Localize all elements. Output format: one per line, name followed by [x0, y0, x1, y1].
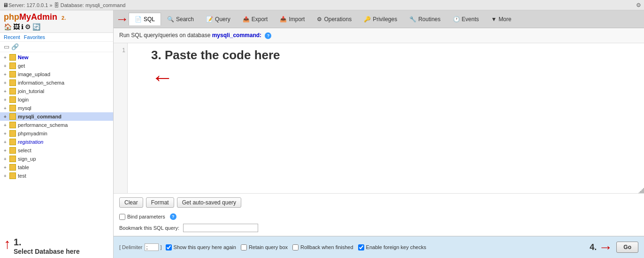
- bottom-checkboxes: Show this query here again Retain query …: [166, 244, 586, 250]
- delimiter-bracket-close: ]: [161, 244, 162, 250]
- home-icon[interactable]: 🏠: [4, 23, 12, 31]
- tab-routines[interactable]: 🔧 Routines: [403, 13, 446, 25]
- sidebar-db-item[interactable]: +image_upload: [0, 70, 113, 78]
- sidebar: phpMyAdmin 2. 🏠 🖼 ℹ ⚙ 🔄 Recent Favorites: [0, 10, 114, 258]
- settings-icon2[interactable]: ⚙: [25, 23, 31, 31]
- expand-icon: +: [4, 148, 8, 153]
- tab-search[interactable]: 🔍 Search: [161, 13, 200, 25]
- sidebar-links: Recent Favorites: [0, 33, 113, 42]
- format-button[interactable]: Format: [146, 197, 174, 208]
- collapse-icon[interactable]: ▭: [4, 43, 9, 50]
- db-icon: [9, 96, 16, 103]
- sidebar-db-item[interactable]: +select: [0, 146, 113, 155]
- editor-wrapper: 1 3. Paste the code here ←: [114, 43, 644, 193]
- more-tab-icon: ▼: [491, 16, 497, 23]
- delimiter-group: [ Delimiter ]: [119, 243, 162, 251]
- recent-link[interactable]: Recent: [4, 34, 20, 40]
- go-button[interactable]: Go: [616, 242, 638, 253]
- refresh-icon[interactable]: 🔄: [32, 23, 40, 31]
- foreign-key-label[interactable]: Enable foreign key checks: [358, 244, 426, 250]
- tab-arrow-annotation: →: [115, 12, 129, 27]
- bind-params-checkbox[interactable]: [119, 214, 125, 220]
- expand-icon: +: [4, 173, 8, 179]
- db-name-label: get: [18, 63, 25, 69]
- db-icon: [9, 147, 16, 154]
- tab-import[interactable]: 📥 Import: [274, 13, 311, 25]
- settings-icon[interactable]: ⚙: [636, 2, 641, 8]
- retain-query-label[interactable]: Retain query box: [241, 244, 288, 250]
- search-tab-label: Search: [176, 16, 194, 23]
- expand-icon: +: [4, 106, 8, 111]
- favorites-link[interactable]: Favorites: [24, 34, 45, 40]
- tab-export[interactable]: 📤 Export: [237, 13, 274, 25]
- tab-privileges[interactable]: 🔑 Privileges: [358, 13, 403, 25]
- nav-tabs: → 📄 SQL 🔍 Search 📝 Query 📤 Export: [114, 10, 644, 28]
- clear-button[interactable]: Clear: [119, 197, 143, 208]
- sidebar-db-item[interactable]: +mysql: [0, 104, 113, 112]
- retain-query-checkbox[interactable]: [241, 244, 247, 250]
- db-name-label: mysql: [18, 105, 31, 111]
- db-name-label: performance_schema: [18, 122, 68, 128]
- resize-handle[interactable]: [638, 188, 644, 193]
- bind-params-help-icon[interactable]: ?: [170, 213, 176, 220]
- delimiter-input[interactable]: [145, 243, 159, 251]
- info-icon[interactable]: ℹ: [21, 23, 23, 31]
- tab-query[interactable]: 📝 Query: [200, 13, 237, 25]
- db-icon: [9, 172, 16, 179]
- bind-params-label[interactable]: Bind parameters: [119, 214, 165, 220]
- sql-editor[interactable]: [128, 43, 644, 193]
- expand-icon: +: [4, 156, 8, 162]
- link-icon[interactable]: 🔗: [11, 43, 19, 50]
- sidebar-db-item[interactable]: +table: [0, 163, 113, 172]
- db-icon: [9, 164, 16, 171]
- db-icon: [9, 88, 16, 94]
- sql-toolbar: Clear Format Get auto-saved query: [114, 193, 644, 211]
- tab-more[interactable]: ▼ More: [485, 13, 517, 25]
- bookmark-input[interactable]: [183, 224, 258, 232]
- db-icon: [9, 63, 16, 69]
- rollback-checkbox[interactable]: [292, 244, 299, 250]
- sidebar-db-item[interactable]: +get: [0, 62, 113, 70]
- step2-badge: 2.: [61, 15, 66, 21]
- rollback-label[interactable]: Rollback when finished: [292, 244, 353, 250]
- search-tab-icon: 🔍: [167, 16, 174, 23]
- db-icon: [9, 105, 16, 111]
- line-number-1: 1: [115, 47, 125, 54]
- expand-icon: +: [4, 80, 8, 86]
- sidebar-db-item[interactable]: +login: [0, 95, 113, 104]
- tab-operations[interactable]: ⚙ Operations: [311, 13, 358, 25]
- step1-number: 1.: [14, 237, 80, 248]
- sql-panel-header-text: Run SQL query/queries on database: [119, 32, 210, 39]
- step1-annotation: ↑ 1. Select Database here: [0, 234, 113, 258]
- tab-events[interactable]: 🕐 Events: [447, 13, 485, 25]
- image-icon[interactable]: 🖼: [13, 23, 20, 31]
- autosave-button[interactable]: Get auto-saved query: [177, 197, 241, 208]
- step4-annotation: 4. →: [590, 239, 613, 255]
- export-tab-icon: 📤: [243, 16, 250, 23]
- sidebar-db-item[interactable]: +registration: [0, 138, 113, 146]
- events-tab-icon: 🕐: [453, 16, 460, 23]
- logo-php: php: [4, 12, 19, 22]
- db-icon: [9, 139, 16, 145]
- sql-help-icon[interactable]: ?: [265, 32, 271, 39]
- sidebar-db-item[interactable]: +information_schema: [0, 78, 113, 87]
- sidebar-db-item[interactable]: +New: [0, 53, 113, 62]
- more-tab-label: More: [498, 16, 511, 23]
- expand-icon: +: [4, 123, 8, 128]
- bind-params-text: Bind parameters: [127, 214, 165, 219]
- step4-number: 4.: [590, 242, 597, 252]
- import-tab-label: Import: [289, 16, 305, 23]
- show-query-label[interactable]: Show this query here again: [166, 244, 236, 250]
- sidebar-db-item[interactable]: +performance_schema: [0, 121, 113, 129]
- sidebar-db-item[interactable]: +test: [0, 172, 113, 180]
- sidebar-db-item[interactable]: +join_tutorial: [0, 87, 113, 95]
- sidebar-db-item[interactable]: +mysqli_command: [0, 112, 113, 121]
- show-query-checkbox[interactable]: [166, 244, 172, 250]
- tab-sql[interactable]: 📄 SQL: [129, 13, 161, 25]
- sql-panel: Run SQL query/queries on database mysqli…: [114, 28, 644, 236]
- foreign-key-checkbox[interactable]: [358, 244, 364, 250]
- sidebar-db-item[interactable]: +sign_up: [0, 155, 113, 163]
- expand-icon: +: [4, 89, 8, 94]
- sidebar-db-item[interactable]: +phpmyadmin: [0, 129, 113, 138]
- sidebar-action-icons: ▭ 🔗: [0, 42, 113, 52]
